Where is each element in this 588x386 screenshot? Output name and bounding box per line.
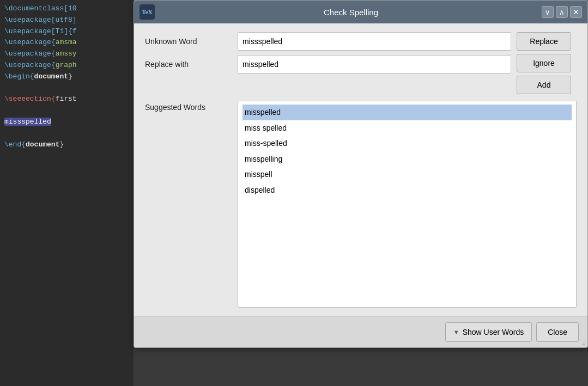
- suggested-item[interactable]: misspelling: [243, 151, 572, 167]
- minimize-button[interactable]: ∨: [542, 6, 554, 18]
- suggested-item[interactable]: miss-spelled: [243, 136, 572, 151]
- show-user-words-button[interactable]: ▼ Show User Words: [445, 322, 532, 342]
- dropdown-arrow-icon: ▼: [453, 329, 459, 335]
- app-icon-text: TeX: [142, 9, 152, 15]
- dialog-footer: ▼ Show User Words Close: [134, 316, 587, 347]
- resize-handle[interactable]: ⊿: [581, 340, 586, 346]
- dialog-title: Check Spelling: [160, 8, 542, 17]
- dialog-body: Unknown Word Replace with Replace Ignore…: [134, 23, 587, 316]
- add-button[interactable]: Add: [517, 76, 571, 94]
- app-icon: TeX: [140, 4, 155, 20]
- editor-line: \seeeection{first: [4, 94, 129, 105]
- editor-line: [4, 128, 129, 139]
- replace-with-label: Replace with: [145, 60, 232, 69]
- editor-line: [4, 105, 129, 117]
- suggested-section: Suggested Words misspelledmiss spelledmi…: [145, 101, 577, 308]
- suggested-item[interactable]: miss spelled: [243, 120, 572, 136]
- suggested-words-list[interactable]: misspelledmiss spelledmiss-spelledmisspe…: [238, 101, 577, 308]
- editor-panel: \documentclass[10 \usepackage[utf8] \use…: [0, 0, 134, 386]
- show-user-words-label: Show User Words: [463, 328, 524, 336]
- replace-with-row: Replace with: [145, 55, 511, 73]
- editor-line: \usepackage{graph: [4, 60, 129, 71]
- maximize-button[interactable]: ∧: [556, 6, 568, 18]
- title-bar: TeX Check Spelling ∨ ∧ ✕: [134, 1, 587, 23]
- check-spelling-dialog: TeX Check Spelling ∨ ∧ ✕ Unknown Word: [134, 0, 588, 348]
- close-footer-button[interactable]: Close: [536, 322, 579, 342]
- form-fields: Unknown Word Replace with: [145, 32, 511, 73]
- suggested-item[interactable]: dispelled: [243, 182, 572, 198]
- title-bar-controls: ∨ ∧ ✕: [542, 6, 582, 18]
- unknown-word-row: Unknown Word: [145, 32, 511, 51]
- editor-line: [4, 83, 129, 94]
- ignore-button[interactable]: Ignore: [517, 54, 571, 72]
- dialog-overlay: TeX Check Spelling ∨ ∧ ✕ Unknown Word: [134, 0, 588, 386]
- replace-with-input[interactable]: [238, 55, 511, 73]
- editor-line: \end{document}: [4, 139, 129, 151]
- suggested-item[interactable]: misspelled: [243, 105, 572, 120]
- dialog-container: TeX Check Spelling ∨ ∧ ✕ Unknown Word: [134, 0, 588, 348]
- editor-line: \usepackage{amssy: [4, 48, 129, 60]
- editor-line: \documentclass[10: [4, 3, 129, 15]
- action-buttons: Replace Ignore Add: [517, 32, 577, 94]
- suggested-item[interactable]: misspell: [243, 167, 572, 182]
- editor-line: \begin{document}: [4, 71, 129, 83]
- form-section: Unknown Word Replace with Replace Ignore…: [145, 32, 577, 94]
- suggested-words-label: Suggested Words: [145, 101, 232, 308]
- replace-button[interactable]: Replace: [517, 32, 571, 51]
- unknown-word-input[interactable]: [238, 32, 511, 51]
- window-close-button[interactable]: ✕: [570, 6, 582, 18]
- editor-line: \usepackage{amsma: [4, 37, 129, 48]
- editor-line: missspelled: [4, 117, 129, 128]
- editor-line: \usepackage[utf8]: [4, 15, 129, 26]
- editor-line: \usepackage[T1]{f: [4, 26, 129, 38]
- unknown-word-label: Unknown Word: [145, 37, 232, 46]
